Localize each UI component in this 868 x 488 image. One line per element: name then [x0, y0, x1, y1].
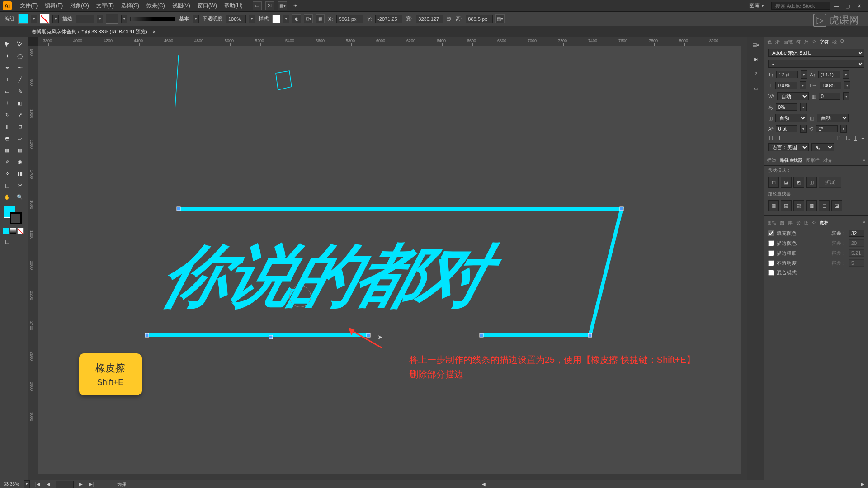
eyedropper-tool[interactable]: ✐ [1, 156, 14, 167]
perspective-tool[interactable]: ▱ [14, 133, 26, 144]
stroke-weight-check[interactable] [768, 250, 774, 256]
type-tool[interactable]: T [1, 74, 14, 85]
scale-tool[interactable]: ⤢ [14, 109, 26, 120]
hscale[interactable] [820, 82, 841, 89]
send-icon[interactable]: ✈ [291, 1, 300, 10]
selection-tool[interactable] [1, 39, 14, 50]
blend-check[interactable] [768, 270, 774, 276]
first-artboard-icon[interactable]: |◀ [34, 482, 41, 487]
document-tab[interactable]: 赛博朋克风字体合集.ai* @ 33.33% (RGB/GPU 预览) × [0, 26, 868, 37]
subscript[interactable]: T₁ [845, 136, 850, 141]
superscript[interactable]: T¹ [836, 136, 840, 141]
mesh-tool[interactable]: ▦ [1, 145, 14, 155]
stock-search[interactable] [771, 2, 830, 10]
gradient-mode[interactable] [10, 228, 16, 234]
symbol-spray-tool[interactable]: ✲ [1, 168, 14, 179]
magic-wand-tabs[interactable]: 画笔图库变图◇魔棒» [764, 218, 868, 228]
pen-tool[interactable]: ✒ [1, 62, 14, 73]
horizontal-ruler[interactable]: 3800400042004400460048005000520054005600… [38, 37, 747, 46]
vw-dd[interactable]: ▾ [121, 15, 127, 23]
maximize-icon[interactable]: ▢ [845, 3, 854, 9]
graph-tool[interactable]: ▮▮ [14, 168, 26, 179]
pathfinder-tabs[interactable]: 描边路径查找器图形样对齐≡ [764, 155, 868, 166]
intersect-btn[interactable]: ◩ [793, 177, 804, 188]
slice-tool[interactable]: ✂ [14, 180, 26, 191]
minus-back-btn[interactable]: ◪ [831, 200, 842, 211]
smallcaps[interactable]: Tт [778, 136, 783, 141]
menu-edit[interactable]: 编辑(E) [41, 0, 66, 11]
language[interactable]: 语言：美国 [768, 143, 809, 151]
menu-object[interactable]: 对象(O) [66, 0, 92, 11]
menu-type[interactable]: 文字(T) [93, 0, 118, 11]
align-icon[interactable]: ⊟▾ [304, 14, 313, 23]
opacity-check[interactable] [768, 260, 774, 266]
next-artboard-icon[interactable]: ▶ [78, 482, 84, 487]
rot-dd[interactable]: ▾ [840, 125, 847, 133]
stroke-swatch[interactable] [40, 14, 50, 24]
hand-tool[interactable]: ✋ [1, 192, 14, 202]
style-swatch[interactable] [272, 15, 280, 23]
minus-front-btn[interactable]: ◪ [781, 177, 792, 188]
stroke-dd[interactable]: ▾ [52, 15, 59, 23]
font-family[interactable]: Adobe 宋体 Std L [768, 49, 864, 57]
fill-dd[interactable]: ▾ [31, 15, 37, 23]
crop-btn[interactable]: ▩ [806, 200, 817, 211]
rotate-tool[interactable]: ↻ [1, 109, 14, 120]
lasso-tool[interactable]: ◯ [14, 51, 26, 61]
free-transform-tool[interactable]: ⊡ [14, 121, 26, 132]
lead-dd[interactable]: ▾ [843, 70, 849, 79]
brush-tool[interactable]: ✎ [14, 86, 26, 97]
direct-select-tool[interactable] [14, 39, 26, 50]
doc-close-icon[interactable]: × [153, 29, 156, 34]
bl-dd[interactable]: ▾ [800, 103, 807, 111]
expand-btn[interactable]: 扩展 [819, 177, 841, 188]
link-wh-icon[interactable]: ⛓ [446, 14, 452, 23]
menu-file[interactable]: 文件(F) [16, 0, 41, 11]
stroke-weight[interactable] [76, 15, 94, 23]
char-panel-tabs[interactable]: 色渐画笔符外◇字符段O [764, 37, 868, 47]
width-tool[interactable]: ⫿ [1, 121, 14, 132]
merge-btn[interactable]: ▨ [793, 200, 804, 211]
st-icon[interactable]: St [265, 1, 274, 10]
menu-select[interactable]: 选择(S) [118, 0, 143, 11]
shape-builder-tool[interactable]: ◓ [1, 133, 14, 144]
caps-tt[interactable]: TT [768, 136, 774, 141]
line-tool[interactable]: ╱ [14, 74, 26, 85]
h-input[interactable] [466, 15, 493, 23]
divide-btn[interactable]: ▦ [768, 200, 779, 211]
menu-view[interactable]: 视图(V) [169, 0, 194, 11]
auto1[interactable]: 自动 [775, 114, 807, 122]
artboard-nav[interactable] [56, 481, 74, 488]
recolor-icon[interactable]: ◐ [292, 14, 301, 23]
vertical-ruler[interactable]: 6008001000120014001600180020002200240026… [28, 46, 38, 480]
profile-dd[interactable]: ▾ [193, 15, 199, 23]
vscale[interactable] [775, 82, 797, 89]
outline-btn[interactable]: ◻ [819, 200, 830, 211]
scroll-right-icon[interactable]: ▶ [861, 482, 864, 487]
exclude-btn[interactable]: ◫ [806, 177, 817, 188]
zoom-level[interactable]: 33.33% [4, 482, 19, 487]
canvas[interactable]: 你说的都对 ➤ 将上一步制作的线条的描边设置为25，使用【橡皮擦 快捷键 [38, 46, 747, 480]
menu-window[interactable]: 窗口(W) [194, 0, 221, 11]
sh-dd[interactable]: ▾ [800, 125, 807, 133]
prev-artboard-icon[interactable]: ◀ [46, 482, 51, 487]
fill-stroke-indicator[interactable] [3, 206, 25, 224]
baseline-pct[interactable] [776, 103, 797, 111]
unite-btn[interactable]: ◻ [768, 177, 779, 188]
char-rotation[interactable] [816, 125, 838, 132]
font-style[interactable]: - [768, 60, 864, 68]
zoom-tool[interactable]: 🔍 [14, 192, 26, 202]
shape-props-icon[interactable]: ▧▾ [495, 14, 505, 23]
stroke-color[interactable] [10, 212, 22, 224]
close-icon[interactable]: ✕ [857, 3, 865, 9]
export-icon[interactable]: ↗ [751, 69, 761, 79]
auto2[interactable]: 自动 [817, 114, 849, 122]
workspace-switch[interactable]: 图南 ▾ [745, 0, 768, 11]
menu-help[interactable]: 帮助(H) [221, 0, 246, 11]
menu-effect[interactable]: 效果(C) [143, 0, 169, 11]
arrange-icon[interactable]: ▦▾ [278, 1, 287, 10]
baseline-shift[interactable] [776, 125, 797, 132]
fill-check[interactable] [768, 230, 774, 236]
properties-icon[interactable]: ▤A [751, 40, 761, 50]
size-dd[interactable]: ▾ [801, 70, 807, 79]
